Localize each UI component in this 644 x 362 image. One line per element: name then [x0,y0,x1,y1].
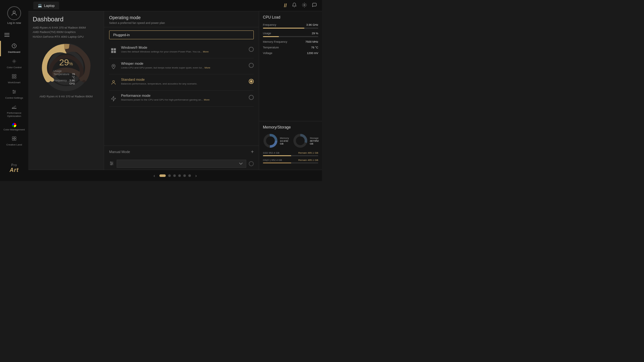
usage-metric: Usage 29 % [263,32,318,37]
svg-rect-27 [114,51,116,53]
manual-equalizer-icon [109,161,114,167]
page-dot-2[interactable] [168,174,171,177]
proart-logo: Pro Art [10,161,19,175]
gauge-center: 29% Usage Temperature 76 °C Frequency 3.… [53,58,79,85]
left-panel: Dashboard AMD Ryzen AI 9 HX 370 w/ Radeo… [28,11,104,170]
middle-panel: Operating mode Select a preferred fan sp… [104,11,259,170]
manual-mode-row: Manual Mode + [104,145,259,158]
control-settings-label: Control Settings [5,96,23,100]
svg-rect-16 [12,108,16,108]
laptop-tab[interactable]: 💻 Laptop [33,2,59,9]
performance-mode-name: Performance mode [121,94,246,97]
storage-chart: Storage 487/952 GB [293,133,319,148]
manual-mode-radio[interactable] [249,161,254,166]
cpu-load-section: CPU Load Frequency 3.96 GHz Usage 29 % [259,11,322,121]
next-button[interactable]: › [193,173,199,178]
ssd-bar [263,155,318,156]
laptop-icon: 💻 [38,3,42,8]
gpu-info: AMD Radeon(TM) 890M Graphics [33,30,99,34]
memory-label: Memory [280,137,289,140]
cpu-label: AMD Ryzen AI 9 HX 370 w/ Radeon 890M [33,95,99,98]
usage-header: Usage 29 % [263,32,318,35]
mem-freq-label: Memory Frequency [263,40,287,43]
svg-rect-19 [12,139,14,140]
system-info: AMD Ryzen AI 9 HX 370 w/ Radeon 890M AMD… [33,25,99,39]
sidebar-item-performance-optimization[interactable]: Performance Optimization [0,102,28,120]
mode-item-windows[interactable]: Windows® Mode Uses the default Windows s… [109,42,254,58]
dashboard-icon [12,43,17,50]
main-content: 💻 Laptop // [28,0,322,181]
voltage-label: Voltage [263,52,272,55]
op-mode-header: Operating mode Select a preferred fan sp… [104,11,259,27]
avatar-section: Log in now [7,3,21,28]
performance-mode-radio[interactable] [249,95,254,100]
mode-item-performance[interactable]: Performance mode Maximizes power to the … [109,90,254,107]
op-mode-title: Operating mode [109,15,254,20]
nav-items: Dashboard Color Control WorkSmart [0,41,28,161]
os-remain: Remain 465.1 GB [298,159,318,162]
color-management-icon [12,123,16,127]
performance-mode-desc: Maximizes power to the CPU and GPU for h… [121,98,246,101]
ssd-row: SSD 952.4 GB Remain 465.1 GB [263,151,318,156]
svg-rect-20 [14,139,16,140]
standard-mode-radio[interactable] [249,79,254,84]
usage-bar [263,36,318,37]
manual-mode-select[interactable] [117,160,246,168]
hamburger-menu[interactable] [0,31,28,39]
mode-list: Windows® Mode Uses the default Windows s… [104,42,259,145]
creative-land-icon [12,136,17,142]
chat-icon[interactable] [312,3,317,8]
ssd-label: SSD 952.4 GB [263,151,279,154]
svg-rect-7 [14,74,16,76]
notification-icon[interactable] [292,3,297,8]
page-dot-3[interactable] [173,174,176,177]
sidebar-item-worksmart[interactable]: WorkSmart [0,71,28,87]
frequency-fill [263,28,304,29]
sidebar: Log in now Dashboard [0,0,28,181]
page-dot-6[interactable] [188,174,191,177]
temperature-value: 76 °C [311,46,318,49]
sidebar-item-color-control[interactable]: Color Control [0,56,28,72]
standard-mode-icon [109,78,118,87]
manual-mode-label: Manual Mode [109,150,248,154]
dashboard-label: Dashboard [8,51,20,54]
settings-icon[interactable] [302,3,307,8]
sidebar-item-dashboard[interactable]: Dashboard [0,41,28,56]
storage-value: 487/952 GB [310,140,319,145]
control-settings-icon [12,89,17,96]
plugged-in-bar[interactable]: Plugged-in [109,30,254,39]
topbar: 💻 Laptop // [28,0,322,11]
storage-rows: SSD 952.4 GB Remain 465.1 GB OS(C:) 952.… [263,151,318,163]
avatar[interactable] [7,6,21,20]
os-label: OS(C:) 952.4 GB [263,159,282,162]
memory-chart: Memory 14.4/32 GB [263,133,289,148]
prev-button[interactable]: ‹ [152,173,157,178]
page-dot-4[interactable] [178,174,181,177]
manual-mode-plus[interactable]: + [251,149,254,155]
standard-mode-name: Standard mode [121,78,246,81]
memory-info: Memory 14.4/32 GB [280,137,289,145]
page-dot-5[interactable] [183,174,186,177]
frequency-value: 3.96 GHz [306,23,318,26]
sidebar-item-creative-land[interactable]: Creative Land [0,134,28,149]
svg-point-36 [111,164,112,165]
login-label[interactable]: Log in now [7,21,21,25]
whisper-mode-icon [109,62,118,71]
svg-point-35 [112,163,113,164]
creative-land-label: Creative Land [6,143,22,146]
sidebar-item-color-management[interactable]: Color Management [0,120,28,134]
page-dot-1[interactable] [159,174,166,177]
whisper-mode-radio[interactable] [249,63,254,68]
memory-value: 14.4/32 GB [280,140,289,145]
memory-donut [263,133,278,148]
mode-item-whisper[interactable]: Whisper mode Limits CPU and GPU power, b… [109,58,254,74]
dashboard-area: Dashboard AMD Ryzen AI 9 HX 370 w/ Radeo… [28,11,322,170]
svg-rect-25 [114,48,116,51]
windows-mode-name: Windows® Mode [121,46,246,49]
os-row: OS(C:) 952.4 GB Remain 465.1 GB [263,159,318,163]
sidebar-item-control-settings[interactable]: Control Settings [0,87,28,102]
mode-item-standard[interactable]: Standard mode Balances performance, temp… [109,74,254,90]
windows-mode-radio[interactable] [249,47,254,52]
performance-mode-icon [109,94,118,103]
color-control-label: Color Control [7,66,21,69]
